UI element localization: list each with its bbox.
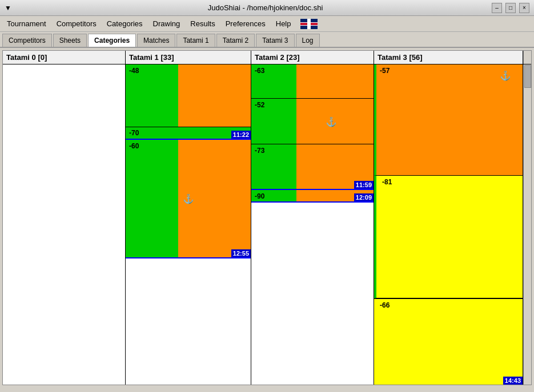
menu-competitors[interactable]: Competitors (52, 18, 101, 30)
cat-60-anchor: ⚓ (183, 193, 194, 204)
tatami-body: -48 -70 11:22 -60 ⚓ 12:55 (3, 64, 531, 385)
main-content: Tatami 0 [0] Tatami 1 [33] Tatami 2 [23]… (2, 50, 532, 385)
app-icon: ▼ (5, 4, 11, 12)
cat-73-time: 11:59 (354, 181, 374, 189)
cat-52-anchor: ⚓ (326, 116, 337, 127)
tatami3-header: Tatami 3 [56] (374, 51, 523, 64)
menu-preferences[interactable]: Preferences (221, 18, 270, 30)
tatami1-empty (126, 258, 251, 385)
tab-log[interactable]: Log (296, 34, 320, 47)
menu-tournament[interactable]: Tournament (2, 18, 51, 30)
tatami0-column (3, 64, 126, 385)
tab-tatami1[interactable]: Tatami 1 (176, 34, 215, 47)
cat-63-label: -63 (252, 66, 267, 76)
cat-57-anchor: ⚓ (500, 70, 511, 81)
menu-drawing[interactable]: Drawing (148, 18, 185, 30)
cat-66: -66 14:43 (374, 298, 523, 385)
tab-competitors[interactable]: Competitors (2, 34, 52, 47)
cat-70-label: -70 (127, 128, 141, 138)
scrollbar-header-spacer (523, 51, 531, 64)
menu-categories[interactable]: Categories (102, 18, 147, 30)
window-title: JudoShiai - /home/hjokinen/doc.shi (39, 3, 492, 12)
tatami3-column: -57 ⚓ -81 -66 14:43 (374, 64, 523, 385)
cat-60: -60 ⚓ 12:55 (126, 140, 251, 258)
tab-tatami2[interactable]: Tatami 2 (216, 34, 255, 47)
cat-66-time: 14:43 (503, 377, 523, 385)
tatami2-empty (251, 203, 374, 385)
cat-63: -63 (251, 64, 374, 99)
tab-sheets[interactable]: Sheets (53, 34, 87, 47)
cat-52: -52 ⚓ (251, 99, 374, 144)
tatami1-header: Tatami 1 [33] (126, 51, 251, 64)
close-button[interactable]: × (519, 3, 529, 13)
titlebar: ▼ JudoShiai - /home/hjokinen/doc.shi – □… (0, 0, 534, 16)
cat-81-label: -81 (380, 177, 394, 187)
cat-81: -81 (374, 176, 523, 298)
cat-73: -73 11:59 (251, 144, 374, 190)
scrollbar-thumb[interactable] (524, 65, 531, 88)
tatami2-column: -63 -52 ⚓ -73 11:59 -90 12:09 (251, 64, 374, 385)
tatami2-header: Tatami 2 [23] (251, 51, 374, 64)
menu-help[interactable]: Help (271, 18, 296, 30)
tatami0-header: Tatami 0 [0] (3, 51, 126, 64)
cat-57-label: -57 (378, 66, 392, 76)
minimize-button[interactable]: – (492, 3, 502, 13)
cat-48-label: -48 (127, 66, 141, 76)
scrollbar[interactable] (523, 64, 531, 385)
cat-57: -57 ⚓ (374, 64, 523, 176)
cat-73-label: -73 (252, 146, 267, 156)
maximize-button[interactable]: □ (505, 3, 516, 13)
tab-matches[interactable]: Matches (137, 34, 175, 47)
tatami-headers: Tatami 0 [0] Tatami 1 [33] Tatami 2 [23]… (3, 51, 531, 64)
tabbar: Competitors Sheets Categories Matches Ta… (0, 32, 534, 48)
menu-results[interactable]: Results (186, 18, 219, 30)
cat-48: -48 (126, 64, 251, 127)
cat-90: -90 12:09 (251, 190, 374, 203)
tab-categories[interactable]: Categories (88, 34, 136, 47)
tab-tatami3[interactable]: Tatami 3 (256, 34, 294, 47)
window-controls: – □ × (492, 3, 529, 13)
cat-70: -70 11:22 (126, 127, 251, 140)
cat-52-label: -52 (252, 100, 267, 110)
cat-90-label: -90 (252, 191, 267, 201)
tatami1-column: -48 -70 11:22 -60 ⚓ 12:55 (126, 64, 251, 385)
cat-60-label: -60 (127, 141, 141, 151)
cat-90-time: 12:09 (354, 193, 374, 201)
cat-70-time: 11:22 (231, 131, 251, 139)
cat-66-label: -66 (378, 300, 392, 310)
menubar: Tournament Competitors Categories Drawin… (0, 16, 534, 32)
cat-60-time: 12:55 (231, 249, 251, 257)
language-flag[interactable] (300, 19, 318, 29)
